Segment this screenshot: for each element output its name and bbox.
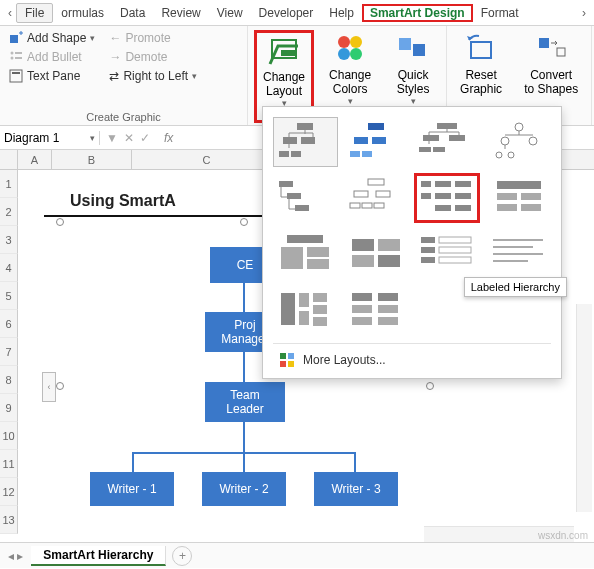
tab-scroll-left[interactable]: ‹ <box>4 6 16 20</box>
sheet-nav[interactable]: ◂ ▸ <box>0 549 31 563</box>
layout-option-12[interactable] <box>486 229 551 279</box>
svg-rect-60 <box>281 247 303 269</box>
more-layouts[interactable]: More Layouts... <box>273 343 551 374</box>
tab-review[interactable]: Review <box>153 4 208 22</box>
rtl-label: Right to Left <box>123 69 188 83</box>
palette-icon <box>334 34 366 66</box>
svg-rect-63 <box>352 239 374 251</box>
svg-rect-81 <box>313 305 327 314</box>
row-7[interactable]: 7 <box>0 338 18 366</box>
svg-rect-59 <box>287 235 323 243</box>
add-shape-button[interactable]: Add Shape▾ <box>6 30 98 46</box>
node-w3[interactable]: Writer - 3 <box>314 472 398 506</box>
svg-rect-14 <box>471 42 491 58</box>
layout-option-6[interactable] <box>344 173 409 223</box>
svg-rect-82 <box>313 317 327 326</box>
layout-option-5[interactable] <box>273 173 338 223</box>
layout-option-9[interactable] <box>273 229 338 279</box>
row-8[interactable]: 8 <box>0 366 18 394</box>
svg-rect-41 <box>354 191 368 197</box>
layout-option-4[interactable] <box>486 117 551 167</box>
svg-rect-76 <box>493 260 528 262</box>
text-pane-toggle[interactable]: ‹ <box>42 372 56 402</box>
row-4[interactable]: 4 <box>0 254 18 282</box>
col-a[interactable]: A <box>18 150 52 169</box>
name-box-text: Diagram 1 <box>4 131 59 145</box>
quick-styles-label: Quick Styles <box>397 68 430 96</box>
svg-rect-54 <box>497 181 541 189</box>
svg-point-1 <box>11 52 14 55</box>
name-box[interactable]: Diagram 1▾ <box>0 131 100 145</box>
node-tl[interactable]: Team Leader <box>205 382 285 422</box>
layout-option-8[interactable] <box>486 173 551 223</box>
svg-rect-74 <box>493 246 533 248</box>
svg-rect-64 <box>378 239 400 251</box>
col-b[interactable]: B <box>52 150 132 169</box>
tab-help[interactable]: Help <box>321 4 362 22</box>
node-w1[interactable]: Writer - 1 <box>90 472 174 506</box>
svg-rect-27 <box>437 123 457 129</box>
add-bullet-button: Add Bullet <box>6 49 98 65</box>
row-13[interactable]: 13 <box>0 506 18 534</box>
svg-rect-23 <box>354 137 368 144</box>
layout-option-10[interactable] <box>344 229 409 279</box>
layout-option-14[interactable] <box>344 285 409 335</box>
svg-rect-7 <box>281 50 295 56</box>
tab-developer[interactable]: Developer <box>251 4 322 22</box>
svg-rect-0 <box>10 35 18 43</box>
svg-rect-2 <box>15 52 22 54</box>
svg-rect-70 <box>439 247 471 253</box>
layout-option-11[interactable] <box>414 229 480 279</box>
svg-point-9 <box>350 36 362 48</box>
layout-option-7[interactable] <box>414 173 480 223</box>
svg-rect-43 <box>350 203 360 208</box>
row-5[interactable]: 5 <box>0 282 18 310</box>
layout-option-3[interactable] <box>414 117 480 167</box>
row-12[interactable]: 12 <box>0 478 18 506</box>
tab-smartart-design[interactable]: SmartArt Design <box>362 4 473 22</box>
tab-view[interactable]: View <box>209 4 251 22</box>
tab-scroll-right[interactable]: › <box>578 6 590 20</box>
tab-format[interactable]: Format <box>473 4 527 22</box>
svg-point-33 <box>501 137 509 145</box>
vertical-scrollbar[interactable] <box>576 304 592 512</box>
row-3[interactable]: 3 <box>0 226 18 254</box>
rtl-button[interactable]: ⇄Right to Left▾ <box>106 68 200 84</box>
svg-point-3 <box>11 57 14 60</box>
row-1[interactable]: 1 <box>0 170 18 198</box>
text-pane-button[interactable]: Text Pane <box>6 68 98 84</box>
svg-point-35 <box>496 152 502 158</box>
svg-rect-58 <box>521 204 541 211</box>
svg-point-8 <box>338 36 350 48</box>
svg-rect-90 <box>288 353 294 359</box>
svg-rect-38 <box>287 193 301 199</box>
row-2[interactable]: 2 <box>0 198 18 226</box>
tab-data[interactable]: Data <box>112 4 153 22</box>
svg-rect-4 <box>15 57 22 59</box>
layout-option-2[interactable] <box>344 117 409 167</box>
reset-icon <box>465 34 497 66</box>
svg-rect-56 <box>521 193 541 200</box>
svg-rect-30 <box>419 147 431 152</box>
tab-formulas[interactable]: ormulas <box>53 4 112 22</box>
svg-rect-20 <box>279 151 289 157</box>
fx-label[interactable]: fx <box>156 131 181 145</box>
svg-point-32 <box>515 123 523 131</box>
promote-button: ←Promote <box>106 30 200 46</box>
svg-point-36 <box>508 152 514 158</box>
svg-rect-68 <box>439 237 471 243</box>
node-w2[interactable]: Writer - 2 <box>202 472 286 506</box>
row-6[interactable]: 6 <box>0 310 18 338</box>
layout-option-13[interactable] <box>273 285 338 335</box>
tab-file[interactable]: File <box>16 3 53 23</box>
row-9[interactable]: 9 <box>0 394 18 422</box>
col-c[interactable]: C <box>132 150 282 169</box>
convert-label: Convert to Shapes <box>524 68 578 96</box>
layout-option-1[interactable] <box>273 117 338 167</box>
svg-rect-28 <box>423 135 439 141</box>
row-10[interactable]: 10 <box>0 422 18 450</box>
svg-rect-61 <box>307 247 329 257</box>
convert-icon <box>535 34 567 66</box>
svg-rect-71 <box>421 257 435 263</box>
row-11[interactable]: 11 <box>0 450 18 478</box>
